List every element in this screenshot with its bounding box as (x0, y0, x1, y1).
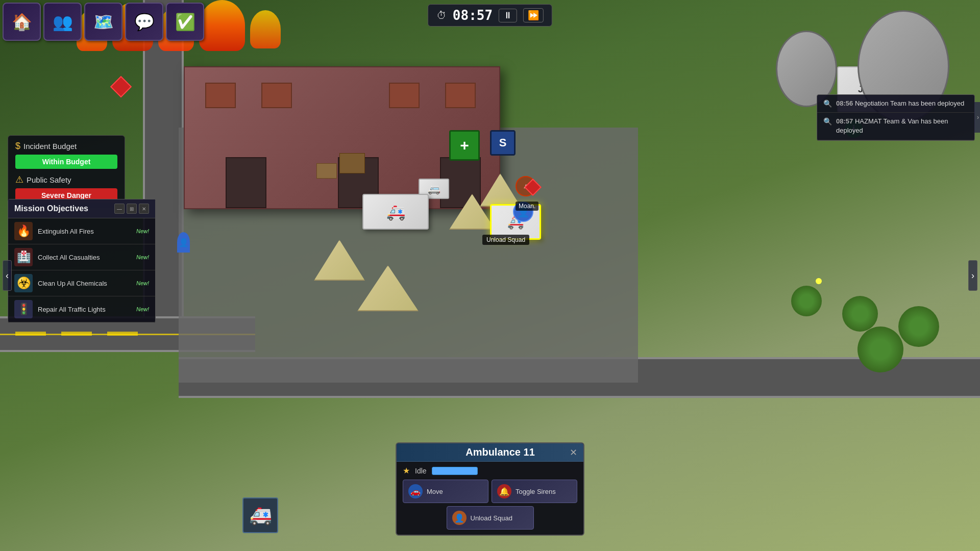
log-search-icon-2: 🔍 (823, 117, 832, 126)
unit-header: Ambulance 11 ✕ (397, 443, 583, 462)
mission-casualties-label: Collect All Casualties (38, 254, 131, 261)
unit-star-icon: ★ (403, 466, 410, 475)
log-entry-1: 🔍 08:56 Negotiation Team has been deploy… (817, 95, 974, 113)
ambulance-map[interactable]: 🚑 (362, 194, 429, 230)
unit-status-row: ★ Idle (403, 466, 577, 475)
move-button[interactable]: 🚗 Move (403, 480, 488, 503)
tree-1 (842, 296, 878, 332)
unit-actions: 🚗 Move 🔔 Toggle Sirens 👤 Unload Squad (403, 480, 577, 530)
mission-fires-label: Extinguish All Fires (38, 228, 131, 235)
budget-status-bar: Within Budget (15, 155, 117, 169)
log-scroll-arrow[interactable]: › (974, 102, 980, 133)
checklist-button[interactable]: ✅ (166, 3, 204, 41)
people-button[interactable]: 👥 (43, 3, 82, 41)
unit-panel: Ambulance 11 ✕ ★ Idle 🚗 Move 🔔 Toggle Si… (396, 442, 584, 536)
yellow-marker (816, 278, 822, 284)
mission-item-casualties[interactable]: 🏥 Collect All Casualties New! (8, 244, 155, 270)
unit-status-text: Idle (415, 467, 427, 475)
unit-close-button[interactable]: ✕ (570, 447, 577, 458)
tree-2 (857, 327, 903, 372)
map-button[interactable]: 🗺️ (84, 3, 122, 41)
mission-item-traffic[interactable]: 🚦 Repair All Traffic Lights New! (8, 296, 155, 322)
log-text-2: 08:57 HAZMAT Team & Van has been deploye… (836, 117, 968, 135)
home-button[interactable]: 🏠 (3, 3, 41, 41)
building-door-1 (226, 157, 266, 208)
tree-3 (898, 306, 939, 347)
sirens-icon: 🔔 (497, 484, 511, 498)
warning-triangle-icon: ⚠ (15, 174, 23, 185)
pause-button[interactable]: ⏸ (499, 9, 517, 22)
warning-sign (110, 76, 132, 97)
unload-icon: 👤 (452, 511, 467, 525)
medical-mission-icon: 🏥 (14, 248, 33, 266)
budget-title: $ Incident Budget (15, 141, 117, 152)
mission-casualties-badge: New! (136, 254, 149, 260)
mission-grid-button[interactable]: ⊞ (127, 204, 137, 214)
mission-item-fires[interactable]: 🔥 Extinguish All Fires New! (8, 218, 155, 244)
mission-panel: Mission Objectives — ⊞ ✕ 🔥 Extinguish Al… (8, 199, 156, 323)
mission-item-chemicals[interactable]: ☣️ Clean Up All Chemicals New! (8, 270, 155, 296)
log-entry-2: 🔍 08:57 HAZMAT Team & Van has been deplo… (817, 113, 974, 140)
chat-button[interactable]: 💬 (125, 3, 163, 41)
timer-icon: ⏱ (436, 10, 447, 21)
green-cross-sign: + (449, 130, 480, 161)
unit-body: ★ Idle 🚗 Move 🔔 Toggle Sirens 👤 Unload S… (397, 462, 583, 535)
unload-squad-tooltip: Unload Squad (482, 235, 529, 245)
nav-arrow-right[interactable]: › (968, 260, 977, 291)
log-text-1: 08:56 Negotiation Team has been deployed (836, 99, 964, 108)
dollar-icon: $ (15, 141, 20, 152)
budget-panel: $ Incident Budget Within Budget ⚠ Public… (8, 135, 125, 208)
mission-controls: — ⊞ ✕ (114, 204, 149, 214)
log-search-icon-1: 🔍 (823, 99, 832, 108)
cargo-box-1 (316, 163, 337, 179)
fast-forward-button[interactable]: ⏩ (523, 8, 544, 22)
timer-bar: ⏱ 08:57 ⏸ ⏩ (428, 4, 552, 27)
person-icon: 👤 (177, 232, 190, 253)
toggle-sirens-button[interactable]: 🔔 Toggle Sirens (492, 480, 577, 503)
mission-fires-badge: New! (136, 228, 149, 234)
mission-title: Mission Objectives (14, 204, 88, 213)
unit-name: Ambulance 11 (431, 446, 570, 458)
mission-traffic-badge: New! (136, 306, 149, 312)
mission-traffic-label: Repair All Traffic Lights (38, 306, 131, 313)
timer-display: 08:57 (453, 8, 493, 23)
log-panel: 🔍 08:56 Negotiation Team has been deploy… (817, 94, 975, 141)
cargo-box-2 (339, 153, 365, 173)
mission-chemicals-badge: New! (136, 280, 149, 286)
nav-arrow-left[interactable]: ‹ (3, 260, 12, 291)
traffic-mission-icon: 🚦 (14, 300, 33, 318)
moan-label: Moan. (516, 202, 538, 211)
tree-4 (791, 286, 822, 316)
unit-health-bar (432, 467, 478, 475)
unit-vehicle-icon: 🚑 (242, 497, 278, 533)
mission-minimize-button[interactable]: — (114, 204, 125, 214)
move-icon: 🚗 (408, 484, 423, 498)
s-sign: S (490, 130, 516, 156)
chemical-mission-icon: ☣️ (14, 274, 33, 292)
mission-close-button[interactable]: ✕ (139, 204, 149, 214)
unload-squad-button[interactable]: 👤 Unload Squad (447, 506, 534, 530)
mission-header: Mission Objectives — ⊞ ✕ (8, 199, 155, 218)
top-navigation: 🏠 👥 🗺️ 💬 ✅ (3, 3, 204, 41)
fire-mission-icon: 🔥 (14, 222, 33, 240)
safety-title: ⚠ Public Safety (15, 174, 117, 185)
mission-chemicals-label: Clean Up All Chemicals (38, 280, 131, 287)
